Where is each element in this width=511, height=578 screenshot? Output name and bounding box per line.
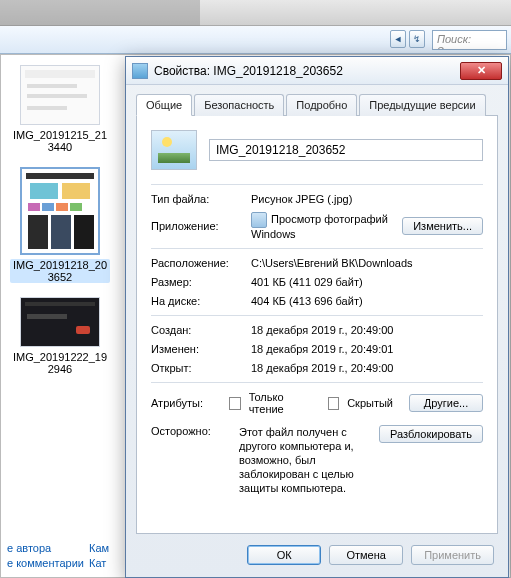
hidden-checkbox[interactable]	[328, 397, 339, 410]
close-icon[interactable]: ✕	[460, 62, 502, 80]
thumb-item[interactable]: IMG_20191215_213440	[5, 65, 115, 153]
security-warning-label: Осторожно:	[151, 425, 231, 437]
modified-value: 18 декабря 2019 г., 20:49:01	[251, 343, 483, 355]
link-cat[interactable]: Кат	[89, 556, 109, 571]
modified-label: Изменен:	[151, 343, 243, 355]
hidden-label: Скрытый	[347, 397, 393, 409]
details-pane-2: Кам Кат	[89, 541, 109, 571]
tab-security[interactable]: Безопасность	[194, 94, 284, 116]
link-author[interactable]: е автора	[7, 541, 84, 556]
ok-button[interactable]: ОК	[247, 545, 321, 565]
accessed-value: 18 декабря 2019 г., 20:49:00	[251, 362, 483, 374]
location-value: C:\Users\Евгений ВК\Downloads	[251, 257, 483, 269]
accessed-label: Открыт:	[151, 362, 243, 374]
nav-refresh-icon[interactable]: ↯	[409, 30, 425, 48]
dialog-app-icon	[132, 63, 148, 79]
dialog-titlebar[interactable]: Свойства: IMG_20191218_203652 ✕	[126, 57, 508, 85]
thumbnail-pane: IMG_20191215_213440 IMG_20191218_203652	[5, 55, 115, 547]
app-value: Просмотр фотографий Windows	[251, 212, 394, 240]
location-label: Расположение:	[151, 257, 243, 269]
size-on-disk-value: 404 КБ (413 696 байт)	[251, 295, 483, 307]
security-warning-text: Этот файл получен с другого компьютера и…	[239, 425, 371, 495]
link-cam[interactable]: Кам	[89, 541, 109, 556]
created-value: 18 декабря 2019 г., 20:49:00	[251, 324, 483, 336]
search-input[interactable]: Поиск: Загру	[432, 30, 507, 50]
attributes-label: Атрибуты:	[151, 397, 221, 409]
size-label: Размер:	[151, 276, 243, 288]
filetype-value: Рисунок JPEG (.jpg)	[251, 193, 483, 205]
tab-details[interactable]: Подробно	[286, 94, 357, 116]
thumb-item[interactable]: IMG_20191222_192946	[5, 297, 115, 375]
app-label: Приложение:	[151, 220, 243, 232]
window-chrome-top	[0, 0, 511, 26]
details-pane: е автора е комментарии	[7, 541, 84, 571]
filetype-label: Тип файла:	[151, 193, 243, 205]
tab-previous-versions[interactable]: Предыдущие версии	[359, 94, 485, 116]
dialog-title: Свойства: IMG_20191218_203652	[154, 64, 460, 78]
filename-input[interactable]	[209, 139, 483, 161]
size-on-disk-label: На диске:	[151, 295, 243, 307]
readonly-checkbox[interactable]	[229, 397, 240, 410]
created-label: Создан:	[151, 324, 243, 336]
tab-body: Тип файла: Рисунок JPEG (.jpg) Приложени…	[136, 116, 498, 534]
nav-back-icon[interactable]: ◄	[390, 30, 406, 48]
size-value: 401 КБ (411 029 байт)	[251, 276, 483, 288]
readonly-label: Только чтение	[249, 391, 310, 415]
advanced-attributes-button[interactable]: Другие...	[409, 394, 483, 412]
change-app-button[interactable]: Изменить...	[402, 217, 483, 235]
tab-general[interactable]: Общие	[136, 94, 192, 116]
thumb-item[interactable]: IMG_20191218_203652	[5, 167, 115, 283]
thumb-label: IMG_20191222_192946	[10, 351, 110, 375]
photo-viewer-icon	[251, 212, 267, 228]
tab-row: Общие Безопасность Подробно Предыдущие в…	[136, 93, 498, 116]
cancel-button[interactable]: Отмена	[329, 545, 403, 565]
unblock-button[interactable]: Разблокировать	[379, 425, 483, 443]
file-type-icon	[151, 130, 197, 170]
thumb-label: IMG_20191218_203652	[10, 259, 110, 283]
apply-button[interactable]: Применить	[411, 545, 494, 565]
properties-dialog: Свойства: IMG_20191218_203652 ✕ Общие Бе…	[125, 56, 509, 578]
thumb-label: IMG_20191215_213440	[10, 129, 110, 153]
link-comments[interactable]: е комментарии	[7, 556, 84, 571]
